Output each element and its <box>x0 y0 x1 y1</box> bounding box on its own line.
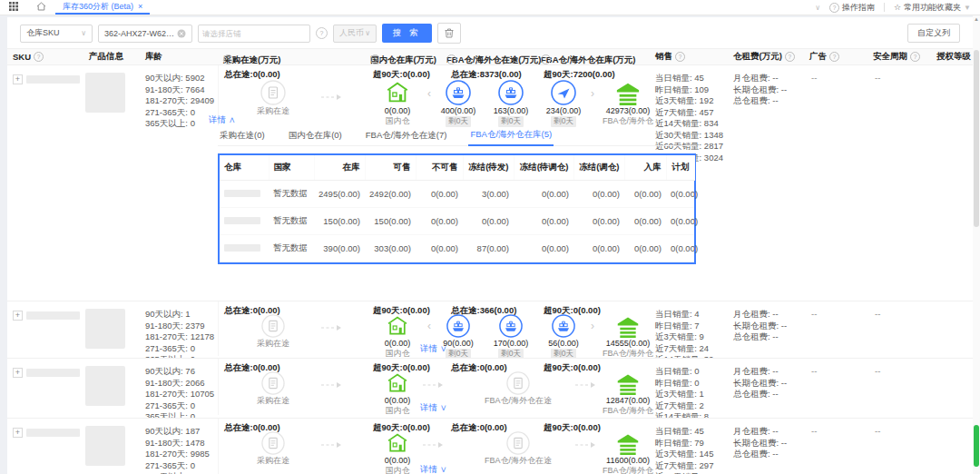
domestic-warehouse-icon <box>386 314 409 338</box>
scrollbar-green-thumb[interactable] <box>974 425 979 467</box>
tab-fba-transit[interactable]: FBA仓/海外仓在途(7) <box>364 127 449 145</box>
collapse-chevron-icon[interactable]: ∨ <box>815 4 820 12</box>
sea-freight-icon <box>552 314 575 338</box>
info-icon[interactable]: ? <box>829 52 839 62</box>
purchase-order-icon <box>260 80 286 105</box>
air-freight-icon <box>551 80 576 105</box>
days-left-badge: 剩0天 <box>551 349 576 359</box>
col-safety: 安全周期? <box>867 51 931 63</box>
safety-cell: -- <box>867 301 931 319</box>
chevron-left-icon[interactable]: ‹ <box>427 87 431 100</box>
flow-arrow-icon <box>422 380 444 390</box>
expand-row-button[interactable]: + <box>13 428 23 438</box>
fba-stock-node: 12847(0.00) FBA仓/海外仓 <box>598 371 658 417</box>
col-sales: 销售? <box>650 51 728 63</box>
fba-transit-node: FBA仓/海外仓在途 <box>468 371 568 407</box>
info-icon[interactable]: ? <box>223 54 233 64</box>
currency-select[interactable]: 人民币 ∨ <box>333 25 377 43</box>
search-type-value: 仓库SKU <box>26 27 60 39</box>
purchase-transit-node: 采购在途 <box>244 314 302 350</box>
fba-warehouse-icon <box>614 80 642 105</box>
purchase-order-icon <box>261 371 285 395</box>
home-icon[interactable] <box>36 2 46 13</box>
chevron-right-icon[interactable]: › <box>591 320 594 332</box>
info-icon[interactable]: ? <box>541 54 551 64</box>
redacted-warehouse-name <box>224 190 260 197</box>
info-icon[interactable]: ? <box>785 52 795 62</box>
tab-fba-stock[interactable]: FBA仓/海外仓在库(5) <box>468 127 554 146</box>
chevron-right-icon[interactable]: › <box>591 87 594 100</box>
tab-domestic-stock[interactable]: 国内仓在库(0) <box>287 127 344 145</box>
dt-col-sellable: 可售 <box>365 155 416 181</box>
redacted-warehouse-name <box>224 244 260 252</box>
favorites-menu[interactable]: ☆ 常用功能收藏夹 ▼ <box>894 2 971 14</box>
detail-toggle-link[interactable]: 详情 ∧ <box>209 114 236 126</box>
guide-link[interactable]: ? 操作指南 <box>829 2 875 14</box>
fba-transit-disabled-icon <box>506 371 530 395</box>
scroll-up-icon[interactable]: ▲ <box>973 15 980 23</box>
chevron-left-icon[interactable]: ‹ <box>427 320 431 332</box>
tab-label: 库存360分析 (Beta) <box>63 1 133 13</box>
store-select-input[interactable] <box>198 25 310 43</box>
fba-warehouse-icon <box>615 314 641 338</box>
fba-transit-node: FBA仓/海外仓在途 <box>468 431 568 467</box>
search-type-select[interactable]: 仓库SKU ∨ <box>20 25 93 43</box>
sku-cell: + <box>7 359 83 378</box>
sea-freight-icon <box>446 80 471 105</box>
detail-toggle-link[interactable]: 详情 ∨ <box>420 402 447 414</box>
help-icon[interactable]: ? <box>316 27 328 39</box>
info-icon[interactable]: ? <box>910 52 920 62</box>
col-flow-group: 采购在途(万元)? 国内仓在库(万元)? FBA仓/海外仓在途(万元)? FBA… <box>218 49 650 64</box>
sku-cell: + <box>7 419 83 438</box>
redacted-sku <box>26 311 80 320</box>
safety-cell: -- <box>867 359 931 376</box>
fba-stock-node: 14555(0.00) FBA仓/海外仓 <box>598 314 658 359</box>
expand-row-button[interactable]: + <box>13 368 23 378</box>
fba-stock-detail-table: 仓库 国家 在库 可售 不可售 冻结(待发) 冻结(待调仓) 冻结(调仓) 入库… <box>218 153 696 264</box>
days-left-badge: 剩0天 <box>551 116 576 127</box>
tab-purchase-transit[interactable]: 采购在途(0) <box>218 127 267 145</box>
product-image <box>85 309 125 349</box>
chevron-down-icon: ∨ <box>440 464 447 474</box>
redacted-warehouse-name <box>224 217 260 224</box>
rent-cell: 月仓租费: --长期仓租费: --总仓租费: -- <box>728 359 804 400</box>
guide-label: 操作指南 <box>842 2 875 14</box>
sea-freight-icon <box>499 314 523 338</box>
inventory-flow-cell: 总在途:0(0.00) 超90天:0(0.00) 总在途:0(0.00) 超90… <box>218 359 651 415</box>
detail-toggle-link[interactable]: 详情 ∨ <box>420 464 447 474</box>
purchase-order-icon <box>261 431 285 455</box>
chevron-down-icon: ∨ <box>81 29 86 37</box>
filter-bar: 仓库SKU ∨ 362-AHX27-W62XG 361-AGX ? 人民币 ∨ … <box>7 17 973 48</box>
star-icon: ☆ <box>894 3 901 12</box>
flow-arrow-icon <box>320 440 342 450</box>
vertical-scrollbar[interactable]: ▲ <box>973 15 980 474</box>
favorites-label: 常用功能收藏夹 <box>904 2 961 14</box>
product-image <box>85 73 125 113</box>
tab-close-icon[interactable]: × <box>138 2 142 11</box>
app-grid-icon[interactable] <box>9 2 18 13</box>
tab-inventory-360[interactable]: 库存360分析 (Beta) × <box>55 0 150 15</box>
info-icon[interactable]: ? <box>446 54 456 64</box>
expand-row-button[interactable]: + <box>13 311 23 321</box>
clear-icon[interactable] <box>177 29 186 38</box>
delete-button[interactable] <box>437 23 461 44</box>
chevron-down-icon: ∨ <box>440 402 447 412</box>
scrollbar-thumb[interactable] <box>974 50 979 227</box>
detail-toggle-link[interactable]: 详情 ∨ <box>420 343 447 355</box>
info-icon[interactable]: ? <box>675 52 685 62</box>
ad-cell: -- <box>804 359 867 376</box>
customize-columns-button[interactable]: 自定义列 <box>907 24 960 43</box>
flow-arrow-icon <box>320 380 342 390</box>
fba-warehouse-icon <box>615 431 641 455</box>
product-cell <box>83 65 140 113</box>
col-age: 库龄 <box>140 51 218 63</box>
flow-arrow-icon <box>574 440 596 450</box>
dt-col-unsellable: 不可售 <box>416 155 463 181</box>
expand-row-button[interactable]: + <box>13 74 23 84</box>
sku-search-input[interactable]: 362-AHX27-W62XG 361-AGX <box>98 25 192 43</box>
search-button[interactable]: 搜 索 <box>382 24 432 43</box>
product-image <box>85 366 125 406</box>
info-icon[interactable]: ? <box>370 54 380 64</box>
info-icon[interactable]: ? <box>34 52 44 62</box>
table-header: SKU? 产品信息 库龄 采购在途(万元)? 国内仓在库(万元)? FBA仓/海… <box>7 48 973 65</box>
